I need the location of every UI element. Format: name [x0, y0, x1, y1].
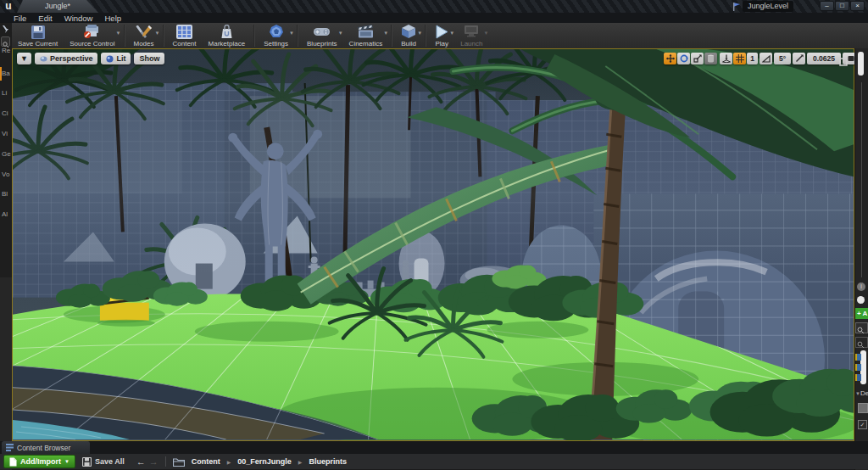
coordinate-system-button[interactable]: [704, 53, 717, 64]
save-current-button[interactable]: Save Current: [12, 23, 64, 48]
scale-tool-icon: [693, 54, 702, 63]
grid-snap-button[interactable]: [733, 53, 746, 64]
marketplace-button[interactable]: Marketplace: [203, 23, 252, 48]
rotation-snap-value-button[interactable]: 5°: [774, 53, 791, 64]
add-import-button[interactable]: Add/Import ▼: [3, 455, 75, 468]
app-tab[interactable]: Jungle*: [17, 0, 98, 13]
sphere-thumb-fragment: [857, 296, 865, 304]
blueprints-button[interactable]: Blueprints ▼: [301, 23, 343, 48]
restore-button[interactable]: □: [835, 1, 849, 11]
level-flag-icon: [732, 2, 741, 11]
search-box-fragment-2[interactable]: [855, 337, 868, 348]
toolbar-separator: [165, 456, 166, 467]
world-coordinate-icon: [707, 54, 715, 63]
breadcrumb-blueprints[interactable]: Blueprints: [309, 457, 347, 466]
source-control-button[interactable]: Source Control ▼: [64, 23, 120, 48]
rotate-tool-button[interactable]: [677, 53, 690, 64]
details-panel-clipped: i + A ▼De ✓: [854, 48, 868, 470]
breadcrumb-content[interactable]: Content: [192, 457, 220, 466]
grid-snap-icon: [736, 54, 744, 63]
surface-snap-button[interactable]: [720, 53, 732, 64]
viewport-options-button[interactable]: ▼: [17, 53, 31, 64]
menu-window[interactable]: Window: [64, 14, 93, 23]
settings-button[interactable]: Settings ▼: [258, 23, 294, 48]
breadcrumb-fernjungle[interactable]: 00_FernJungle: [237, 457, 292, 466]
content-button[interactable]: Content: [167, 23, 203, 48]
title-bar[interactable]: u Jungle* JungleLevel – □ ×: [0, 0, 868, 13]
dropdown-caret-icon[interactable]: ▼: [383, 31, 388, 36]
category-basic[interactable]: Ba: [2, 70, 10, 77]
search-box-fragment[interactable]: [1, 36, 10, 47]
category-geometry[interactable]: Ge: [2, 150, 11, 158]
scrollbar[interactable]: [860, 350, 866, 384]
menu-edit[interactable]: Edit: [38, 14, 52, 23]
surface-snap-icon: [722, 54, 731, 63]
add-component-button-fragment[interactable]: + A: [855, 308, 868, 319]
toolbar-separator: [124, 25, 125, 47]
scale-tool-button[interactable]: [691, 53, 704, 64]
main-toolbar: Save Current Source Control ▼ Modes ▼ Co…: [12, 23, 868, 48]
details-label-fragment: ▼De: [855, 389, 868, 397]
view-mode-button[interactable]: Lit: [101, 53, 131, 64]
save-all-button[interactable]: Save All: [82, 457, 125, 467]
category-visual-effects[interactable]: Vi: [2, 130, 8, 137]
content-browser-tab-icon: [6, 444, 14, 451]
category-volumes[interactable]: Vo: [2, 171, 9, 178]
lit-sphere-icon: [106, 55, 114, 63]
dropdown-caret-icon[interactable]: ▼: [155, 31, 160, 36]
perspective-icon: [40, 55, 47, 63]
place-actors-panel-clipped: Re Ba Li Ci Vi Ge Vo Bl Al: [0, 23, 12, 470]
scale-snap-value-button[interactable]: 0.0625: [807, 53, 841, 64]
add-file-icon: [9, 457, 17, 467]
maximize-icon: [839, 58, 848, 66]
camera-mode-button[interactable]: Perspective: [35, 53, 98, 64]
modes-button[interactable]: Modes ▼: [128, 23, 160, 48]
level-viewport[interactable]: ▼ Perspective Lit Show: [12, 48, 854, 441]
category-blueprints[interactable]: Bl: [2, 190, 8, 198]
category-recently-placed[interactable]: Re: [2, 47, 10, 54]
scrollbar[interactable]: [858, 52, 864, 76]
search-box-fragment[interactable]: [855, 322, 868, 333]
grid-snap-size-button[interactable]: 1: [747, 53, 758, 64]
breadcrumb-separator-icon: ▶: [298, 459, 303, 465]
minimize-button[interactable]: –: [820, 1, 834, 11]
category-cinematic[interactable]: Ci: [2, 109, 8, 117]
angle-snap-icon: [762, 55, 771, 63]
dropdown-caret-icon: ▼: [64, 459, 70, 464]
component-row-fragment[interactable]: [855, 364, 861, 371]
component-row-fragment[interactable]: [855, 374, 861, 381]
launch-icon: [463, 25, 480, 39]
rotate-tool-icon: [680, 54, 688, 63]
move-tool-button[interactable]: [664, 53, 676, 64]
save-all-icon: [82, 457, 92, 467]
dropdown-caret-icon[interactable]: ▼: [289, 31, 294, 36]
checkbox-fragment[interactable]: ✓: [858, 420, 867, 429]
show-menu-button[interactable]: Show: [134, 53, 164, 64]
forward-arrow-button[interactable]: →: [149, 456, 159, 467]
unreal-logo-icon: u: [3, 0, 14, 13]
thumbnail-fragment: [858, 403, 868, 413]
maximize-viewport-button[interactable]: [839, 54, 848, 70]
content-browser-tab[interactable]: Content Browser: [2, 441, 90, 454]
toolbar-separator: [391, 25, 392, 47]
dropdown-caret-icon[interactable]: ▼: [116, 31, 121, 36]
rotation-snap-toggle[interactable]: [760, 53, 772, 64]
modes-icon: [135, 25, 153, 39]
category-lights[interactable]: Li: [2, 89, 7, 97]
category-all-classes[interactable]: Al: [2, 210, 8, 218]
dropdown-caret-icon[interactable]: ▼: [417, 31, 422, 36]
menu-help[interactable]: Help: [104, 14, 121, 23]
unreal-editor-window: u Jungle* JungleLevel – □ × File Edit Wi…: [0, 0, 868, 470]
menu-file[interactable]: File: [14, 14, 26, 23]
component-row-fragment[interactable]: [855, 354, 861, 361]
launch-button[interactable]: Launch ▼: [454, 23, 488, 48]
scale-snap-toggle[interactable]: [793, 53, 805, 64]
build-button[interactable]: Build ▼: [395, 23, 422, 48]
cinematics-button[interactable]: Cinematics ▼: [343, 23, 389, 48]
play-button[interactable]: Play ▼: [429, 23, 454, 48]
close-button[interactable]: ×: [850, 1, 865, 11]
viewport-toolbar-left: ▼ Perspective Lit Show: [17, 53, 164, 64]
back-arrow-button[interactable]: ←: [136, 456, 146, 467]
dropdown-caret-icon[interactable]: ▼: [483, 31, 488, 36]
viewport-scene[interactable]: [13, 49, 854, 440]
